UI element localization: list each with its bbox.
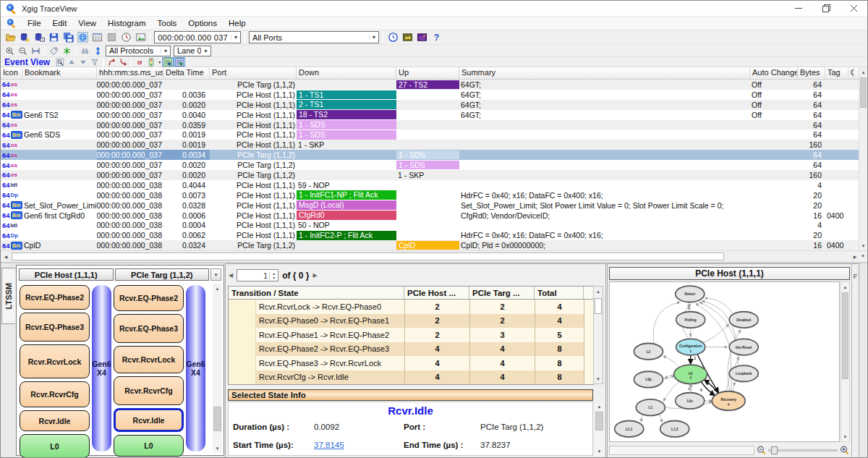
column-header-port[interactable]: Port (210, 67, 297, 79)
traffic-light-icon[interactable] (145, 57, 157, 67)
slider-thumb[interactable] (771, 446, 778, 454)
transition-row[interactable]: Rcvr.EQ-Phase0 -> Rcvr.EQ-Phase1224 (229, 314, 593, 328)
export-capture-icon[interactable] (32, 31, 46, 44)
scroll-down-icon[interactable]: ▼ (841, 432, 849, 441)
trace-row[interactable]: 64Idl000:00:00.000_0380.4044PCIe Host (1… (1, 180, 860, 190)
scroll-thumb[interactable] (842, 292, 848, 379)
ltssm-state-rcvr-rcvrcfg[interactable]: Rcvr.RcvrCfg (114, 376, 184, 405)
ltssm-node-l11[interactable]: L1.1 (615, 420, 644, 436)
trace-row[interactable]: 64Idl000:00:00.000_0380.0004PCIe Host (1… (1, 220, 860, 230)
find-event-icon[interactable] (54, 57, 66, 67)
restore-button[interactable] (812, 1, 840, 16)
trace-horizontal-scrollbar[interactable]: ◀ ▶ (1, 250, 860, 261)
transition-column-header[interactable] (584, 287, 593, 299)
scroll-corner[interactable]: ▼ (859, 250, 867, 261)
chevron-down-icon[interactable]: ▼ (161, 48, 170, 54)
trace-row[interactable]: 64os000:00:00.000_0370.0020PCIe Targ (1,… (1, 170, 860, 180)
ltssm-state-rcvr-idle[interactable]: Rcvr.Idle (114, 408, 184, 432)
trace-row[interactable]: 64os000:00:00.000_0370.0359PCIe Host (1,… (1, 120, 860, 130)
column-header-bookmark[interactable]: Bookmark (22, 67, 97, 79)
ltssm-node-l0s[interactable]: L0s (676, 393, 705, 409)
ltssm-state-l0[interactable]: L0 (114, 435, 184, 457)
protocols-combobox[interactable]: All Protocols ▼ (106, 46, 171, 56)
jump-forward-icon[interactable] (117, 57, 129, 67)
chevron-down-icon[interactable]: ▼ (231, 35, 240, 40)
sync-marker-icon[interactable] (60, 46, 73, 56)
ports-combobox[interactable]: All Ports ▼ (249, 31, 379, 43)
scroll-down-icon[interactable]: ▼ (595, 446, 604, 456)
trace-row[interactable]: 64os000:00:00.000_0370.0020PCIe Host (1,… (1, 100, 860, 110)
expert-analysis-icon[interactable] (400, 31, 414, 44)
ltssm-node-detect[interactable]: Detect (676, 286, 705, 302)
column-header-auto-change[interactable]: Auto Change (750, 67, 798, 79)
prev-event-icon[interactable] (66, 57, 77, 67)
trace-row[interactable]: 64BmGen6 TS2000:00:00.000_0370.0040PCIe … (1, 110, 860, 120)
chevron-down-icon[interactable]: ▼ (210, 268, 221, 281)
fit-width-icon[interactable] (29, 46, 42, 56)
scroll-down-icon[interactable]: ▼ (594, 374, 603, 383)
snapshot-icon[interactable] (133, 31, 148, 44)
trace-row[interactable]: 64os000:00:00.000_0370.0036PCIe Host (1,… (1, 90, 860, 100)
ltssm-state-rcvr-eq-phase3[interactable]: Rcvr.EQ-Phase3 (114, 314, 184, 343)
swap-vertical-icon[interactable] (91, 46, 104, 56)
close-button[interactable] (840, 1, 867, 16)
scroll-thumb[interactable] (12, 253, 724, 260)
trace-row[interactable]: 64Dp000:00:00.000_0380.0073PCIe Host (1,… (1, 190, 860, 200)
ltssm-node-hotreset[interactable]: Hot Reset (729, 339, 758, 355)
transition-row[interactable]: Rcvr.RcvrLock -> Rcvr.EQ-Phase0224 (229, 300, 593, 314)
column-header-hhh-mm-ss-ms-us[interactable]: hhh:mm:ss.ms_us (97, 67, 163, 79)
scroll-thumb[interactable] (595, 412, 603, 431)
trace-row[interactable]: 64Dp000:00:00.000_0380.0062PCIe Host (1,… (1, 230, 860, 240)
spinner-arrows-icon[interactable]: ▲▼ (269, 271, 278, 280)
open-icon[interactable] (3, 31, 17, 44)
diagram-vertical-scrollbar[interactable]: ▲ ▼ (841, 281, 850, 442)
stop-icon[interactable] (104, 31, 119, 44)
column-header-up[interactable]: Up (396, 67, 459, 79)
scroll-up-icon[interactable]: ▲ (594, 287, 603, 296)
ltssm-node-l12[interactable]: L1.2 (660, 420, 689, 436)
ltssm-tab[interactable]: LTSSM (1, 268, 15, 324)
transition-row[interactable]: Rcvr.EQ-Phase3 -> Rcvr.RcvrLock448 (229, 356, 593, 370)
timer-icon[interactable] (386, 31, 400, 44)
trace-row[interactable]: 64BmGen6 first CfgRd0000:00:00.000_0380.… (1, 211, 860, 221)
transition-row[interactable]: Rcvr.EQ-Phase1 -> Rcvr.EQ-Phase2235 (229, 328, 593, 342)
transition-column-header[interactable]: PCIe Targ ... (469, 287, 535, 299)
trace-row[interactable]: 64BmCplD000:00:00.000_0380.0324PCIe Targ… (1, 240, 860, 250)
column-header-qu[interactable]: Qu (848, 67, 854, 79)
ltssm-state-rcvr-eq-phase2[interactable]: Rcvr.EQ-Phase2 (20, 285, 90, 310)
transition-row[interactable]: Rcvr.RcvrCfg -> Rcvr.Idle448 (229, 370, 593, 385)
clock-icon[interactable] (119, 31, 133, 44)
transition-column-header[interactable]: Transition / State (229, 287, 404, 299)
zoom-out-icon[interactable] (756, 445, 767, 456)
menu-tools[interactable]: Tools (151, 17, 182, 29)
transition-scrollbar[interactable]: ▲ ▼ (593, 286, 603, 384)
transition-column-header[interactable]: PCIe Host ... (404, 287, 469, 299)
ltssm-node-polling[interactable]: Polling (676, 312, 705, 328)
ltssm-state-rcvr-rcvrlock[interactable]: Rcvr.RcvrLock (20, 344, 90, 378)
ltssm-node-l2[interactable]: L2 (634, 344, 663, 360)
chevron-down-icon[interactable]: ▾ (158, 59, 161, 64)
app-menu-icon[interactable] (7, 18, 17, 28)
ltssm-node-l1[interactable]: L1 (636, 399, 665, 415)
jump-back-icon[interactable] (106, 57, 117, 67)
ltssm-state-rcvr-rcvrlock[interactable]: Rcvr.RcvrLock (114, 346, 184, 373)
trace-row[interactable]: 64os000:00:00.000_0370.0019PCIe Host (1,… (1, 140, 860, 150)
ltssm-node-disabled[interactable]: Disabled (729, 312, 758, 328)
page-spinner[interactable]: 1 ▲▼ (237, 269, 278, 281)
ltssm-state-rcvr-eq-phase2[interactable]: Rcvr.EQ-Phase2 (114, 285, 184, 311)
save-all-icon[interactable] (61, 31, 75, 44)
transition-row[interactable]: Rcvr.EQ-Phase2 -> Rcvr.EQ-Phase3448 (229, 342, 593, 357)
toggle-capture-icon[interactable] (162, 57, 174, 67)
menu-edit[interactable]: Edit (47, 17, 73, 29)
menu-histogram[interactable]: Histogram (102, 17, 151, 29)
zoom-in-icon[interactable] (3, 46, 16, 56)
save-icon[interactable] (46, 31, 61, 44)
grid-view-icon[interactable] (90, 31, 104, 44)
scroll-left-icon[interactable]: ◀ (1, 251, 11, 261)
protocol-error-icon[interactable] (414, 31, 429, 44)
ltssm-node-recovery[interactable]: Recovery4 (712, 391, 745, 410)
state-diagram-canvas[interactable]: 134DetectPollingDisabledConfiguration1Ho… (609, 281, 840, 442)
chevron-down-icon[interactable]: ▼ (201, 48, 210, 54)
scroll-thumb[interactable] (213, 407, 221, 431)
column-header-bytes[interactable]: Bytes (798, 67, 825, 79)
